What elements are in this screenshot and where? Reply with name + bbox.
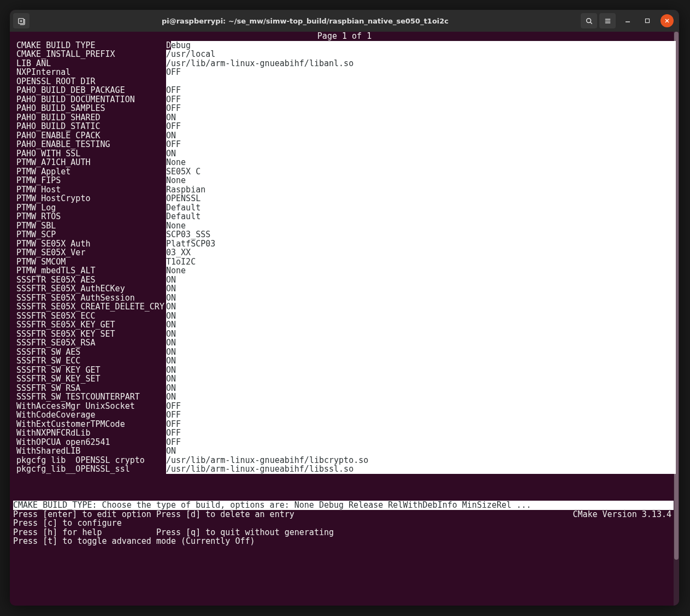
config-row[interactable]: PAHO_WITH_SSLON: [13, 149, 676, 159]
search-button[interactable]: [581, 13, 597, 28]
config-value[interactable]: OFF: [166, 104, 676, 113]
config-row[interactable]: PAHO_BUILD_SHAREDON: [13, 113, 676, 122]
config-value[interactable]: ON: [166, 320, 676, 330]
config-row[interactable]: SSSFTR_SW_AESON: [13, 348, 676, 357]
config-row[interactable]: OPENSSL_ROOT_DIR: [13, 77, 676, 86]
config-value[interactable]: ON: [166, 131, 676, 140]
config-row[interactable]: PTMW_SE05X_AuthPlatfSCP03: [13, 239, 676, 249]
config-value[interactable]: OFF: [166, 410, 676, 420]
config-value[interactable]: 03_XX: [166, 248, 676, 257]
config-value[interactable]: ON: [166, 275, 676, 285]
config-value[interactable]: Debug: [166, 41, 676, 50]
config-row[interactable]: PTMW_RTOSDefault: [13, 212, 676, 221]
config-value[interactable]: OFF: [166, 438, 676, 447]
config-row[interactable]: SSSFTR_SW_KEY_SETON: [13, 374, 676, 384]
config-row[interactable]: SSSFTR_SE05X_AuthECKeyON: [13, 284, 676, 294]
minimize-button[interactable]: [621, 14, 634, 27]
config-row[interactable]: PAHO_ENABLE_TESTINGOFF: [13, 140, 676, 149]
config-value[interactable]: ON: [166, 284, 676, 294]
config-value[interactable]: Raspbian: [166, 185, 676, 195]
config-value[interactable]: SE05X_C: [166, 167, 676, 177]
terminal-body[interactable]: Page 1 of 1 CMAKE_BUILD_TYPEDebugCMAKE_I…: [10, 32, 679, 606]
config-value[interactable]: /usr/local: [166, 50, 676, 59]
new-tab-button[interactable]: [13, 13, 30, 28]
config-row[interactable]: SSSFTR_SE05X_KEY_GETON: [13, 320, 676, 330]
config-value[interactable]: ON: [166, 312, 676, 321]
config-row[interactable]: SSSFTR_SE05X_KEY_SETON: [13, 330, 676, 339]
config-value[interactable]: ON: [166, 348, 676, 357]
config-value[interactable]: ON: [166, 366, 676, 375]
config-value[interactable]: ON: [166, 149, 676, 159]
config-value[interactable]: OFF: [166, 140, 676, 149]
config-value[interactable]: OFF: [166, 420, 676, 429]
config-row[interactable]: pkgcfg_lib__OPENSSL_ssl/usr/lib/arm-linu…: [13, 465, 676, 474]
config-value[interactable]: ON: [166, 294, 676, 303]
close-button[interactable]: [660, 14, 674, 27]
config-value[interactable]: ON: [166, 384, 676, 393]
config-value[interactable]: OFF: [166, 429, 676, 438]
config-row[interactable]: PTMW_SCPSCP03_SSS: [13, 230, 676, 239]
config-row[interactable]: PTMW_SMCOMT1oI2C: [13, 257, 676, 267]
config-row[interactable]: SSSFTR_SE05X_ECCON: [13, 312, 676, 321]
maximize-button[interactable]: [641, 14, 654, 27]
config-row[interactable]: WithSharedLIBON: [13, 447, 676, 456]
config-value[interactable]: OFF: [166, 402, 676, 411]
config-value[interactable]: Default: [166, 212, 676, 221]
config-row[interactable]: PTMW_AppletSE05X_C: [13, 167, 676, 177]
config-row[interactable]: PTMW_HostCryptoOPENSSL: [13, 194, 676, 203]
config-value[interactable]: ON: [166, 447, 676, 456]
config-value[interactable]: ON: [166, 330, 676, 339]
config-value[interactable]: ON: [166, 392, 676, 402]
config-value[interactable]: OPENSSL: [166, 194, 676, 203]
config-value[interactable]: PlatfSCP03: [166, 239, 676, 249]
config-row[interactable]: PAHO_ENABLE_CPACKON: [13, 131, 676, 140]
config-row[interactable]: PTMW_A71CH_AUTHNone: [13, 158, 676, 167]
config-value[interactable]: None: [166, 158, 676, 167]
config-row[interactable]: SSSFTR_SW_RSAON: [13, 384, 676, 393]
config-row[interactable]: pkgcfg_lib__OPENSSL_crypto/usr/lib/arm-l…: [13, 456, 676, 465]
config-row[interactable]: WithCodeCoverageOFF: [13, 410, 676, 420]
config-value[interactable]: OFF: [166, 86, 676, 95]
config-row[interactable]: SSSFTR_SE05X_RSAON: [13, 338, 676, 348]
config-value[interactable]: T1oI2C: [166, 257, 676, 267]
config-value[interactable]: OFF: [166, 95, 676, 104]
config-row[interactable]: PTMW_SBLNone: [13, 221, 676, 231]
config-row[interactable]: PTMW_mbedTLS_ALTNone: [13, 266, 676, 275]
config-value[interactable]: ON: [166, 302, 676, 312]
config-value[interactable]: [166, 77, 676, 86]
config-row[interactable]: PTMW_LogDefault: [13, 203, 676, 213]
config-row[interactable]: PTMW_FIPSNone: [13, 176, 676, 185]
config-row[interactable]: PTMW_SE05X_Ver03_XX: [13, 248, 676, 257]
config-row[interactable]: LIB_ANL/usr/lib/arm-linux-gnueabihf/liba…: [13, 59, 676, 68]
config-row[interactable]: PAHO_BUILD_DEB_PACKAGEOFF: [13, 86, 676, 95]
config-value[interactable]: ON: [166, 113, 676, 122]
config-value[interactable]: ON: [166, 356, 676, 366]
config-value[interactable]: None: [166, 176, 676, 185]
config-row[interactable]: SSSFTR_SE05X_CREATE_DELETE_CRYON: [13, 302, 676, 312]
config-row[interactable]: SSSFTR_SW_TESTCOUNTERPARTON: [13, 392, 676, 402]
config-row[interactable]: PTMW_HostRaspbian: [13, 185, 676, 195]
config-row[interactable]: WithNXPNFCRdLibOFF: [13, 429, 676, 438]
config-row[interactable]: CMAKE_BUILD_TYPEDebug: [13, 41, 676, 50]
config-row[interactable]: SSSFTR_SE05X_AESON: [13, 275, 676, 285]
config-row[interactable]: SSSFTR_SW_ECCON: [13, 356, 676, 366]
config-row[interactable]: PAHO_BUILD_STATICOFF: [13, 122, 676, 131]
menu-button[interactable]: [599, 13, 616, 28]
config-row[interactable]: WithExtCustomerTPMCodeOFF: [13, 420, 676, 429]
config-value[interactable]: ON: [166, 374, 676, 384]
config-value[interactable]: Default: [166, 203, 676, 213]
config-row[interactable]: PAHO_BUILD_SAMPLESOFF: [13, 104, 676, 113]
config-row[interactable]: NXPInternalOFF: [13, 68, 676, 77]
config-value[interactable]: /usr/lib/arm-linux-gnueabihf/libssl.so: [166, 465, 676, 474]
config-row[interactable]: SSSFTR_SE05X_AuthSessionON: [13, 294, 676, 303]
config-value[interactable]: None: [166, 266, 676, 275]
config-row[interactable]: PAHO_BUILD_DOCUMENTATIONOFF: [13, 95, 676, 104]
config-row[interactable]: WithAccessMgr_UnixSocketOFF: [13, 402, 676, 411]
config-value[interactable]: ON: [166, 338, 676, 348]
config-row[interactable]: SSSFTR_SW_KEY_GETON: [13, 366, 676, 375]
config-row[interactable]: CMAKE_INSTALL_PREFIX/usr/local: [13, 50, 676, 59]
config-list[interactable]: CMAKE_BUILD_TYPEDebugCMAKE_INSTALL_PREFI…: [13, 41, 676, 474]
config-value[interactable]: /usr/lib/arm-linux-gnueabihf/libanl.so: [166, 59, 676, 68]
config-value[interactable]: /usr/lib/arm-linux-gnueabihf/libcrypto.s…: [166, 456, 676, 465]
config-row[interactable]: WithOPCUA_open62541OFF: [13, 438, 676, 447]
